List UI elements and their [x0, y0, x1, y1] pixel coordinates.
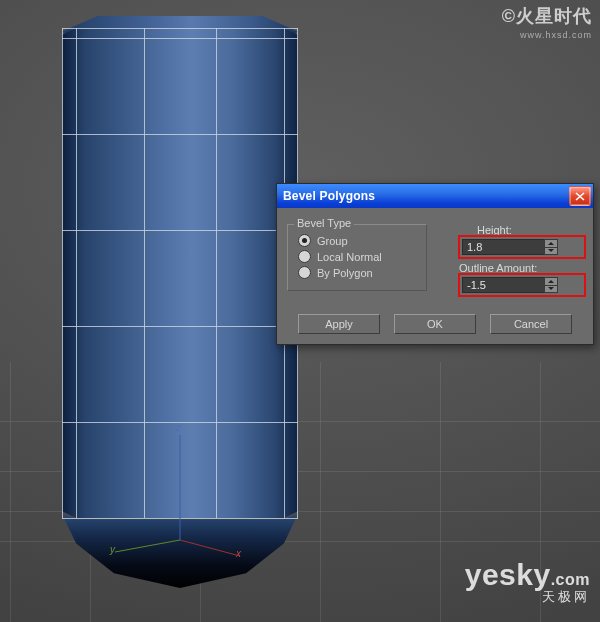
- chevron-up-icon: [548, 280, 554, 283]
- watermark-top: ©火星时代 www.hxsd.com: [502, 4, 592, 40]
- close-icon: [575, 192, 585, 201]
- edge: [62, 38, 298, 39]
- outline-spin-down[interactable]: [544, 285, 558, 294]
- dialog-button-row: Apply OK Cancel: [287, 300, 583, 334]
- edge: [62, 422, 298, 423]
- chevron-down-icon: [548, 287, 554, 290]
- radio-local-normal-option[interactable]: Local Normal: [298, 250, 416, 263]
- grid-line: [320, 362, 321, 622]
- ok-button[interactable]: OK: [394, 314, 476, 334]
- height-field-highlight: [461, 238, 583, 256]
- grid-line: [10, 362, 11, 622]
- radio-icon: [298, 234, 311, 247]
- dialog-bevel-polygons: Bevel Polygons Bevel Type Group Local No…: [276, 183, 594, 345]
- radio-by-polygon-option[interactable]: By Polygon: [298, 266, 416, 279]
- mesh-cylinder[interactable]: [62, 16, 298, 586]
- bevel-type-group: Bevel Type Group Local Normal By Polygon: [287, 224, 427, 291]
- bevel-type-legend: Bevel Type: [294, 217, 354, 229]
- edge: [62, 230, 298, 231]
- edge: [62, 28, 298, 29]
- edge: [62, 134, 298, 135]
- grid-line: [440, 362, 441, 622]
- chevron-up-icon: [548, 242, 554, 245]
- edge: [62, 518, 298, 519]
- radio-icon: [298, 250, 311, 263]
- height-input[interactable]: [462, 239, 544, 255]
- edge: [144, 28, 145, 518]
- cancel-button[interactable]: Cancel: [490, 314, 572, 334]
- edge: [62, 326, 298, 327]
- outline-amount-input[interactable]: [462, 277, 544, 293]
- height-label: Height:: [477, 224, 583, 236]
- outline-spinner: [462, 277, 558, 293]
- radio-icon: [298, 266, 311, 279]
- close-button[interactable]: [569, 186, 591, 206]
- apply-button[interactable]: Apply: [298, 314, 380, 334]
- dialog-titlebar[interactable]: Bevel Polygons: [277, 184, 593, 208]
- edge: [216, 28, 217, 518]
- radio-label: Local Normal: [317, 251, 382, 263]
- radio-label: Group: [317, 235, 348, 247]
- edge: [62, 28, 63, 518]
- dialog-title: Bevel Polygons: [283, 189, 569, 203]
- mesh-body: [62, 28, 298, 518]
- edge: [76, 28, 77, 518]
- chevron-down-icon: [548, 249, 554, 252]
- height-spin-down[interactable]: [544, 247, 558, 256]
- dialog-body: Bevel Type Group Local Normal By Polygon…: [277, 208, 593, 344]
- numeric-inputs: Height: Outline Amount:: [443, 222, 583, 300]
- radio-group-option[interactable]: Group: [298, 234, 416, 247]
- height-spinner: [462, 239, 558, 255]
- viewport-3d[interactable]: z y x ©火星时代 www.hxsd.com yesky.com 天极网 B…: [0, 0, 600, 622]
- height-spin-up[interactable]: [544, 239, 558, 247]
- mesh-bottom-cap: [62, 514, 298, 588]
- outline-field-highlight: [461, 276, 583, 294]
- outline-spin-up[interactable]: [544, 277, 558, 285]
- outline-amount-label: Outline Amount:: [459, 262, 583, 274]
- watermark-bottom: yesky.com 天极网: [465, 558, 590, 606]
- radio-label: By Polygon: [317, 267, 373, 279]
